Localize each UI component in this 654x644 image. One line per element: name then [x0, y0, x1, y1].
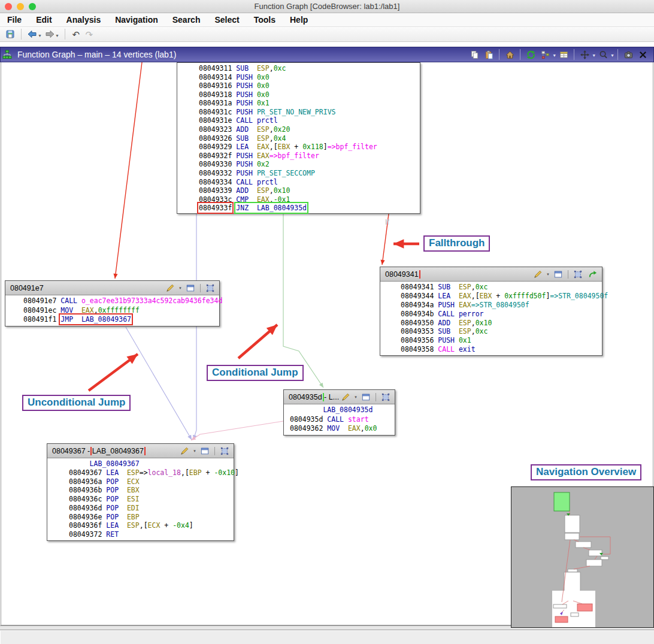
asm-line[interactable]: 0804931e CALL prctl — [199, 116, 420, 125]
asm-line[interactable]: 08049330 PUSH 0x2 — [199, 160, 420, 169]
asm-line[interactable]: 0804936e POP EBP — [69, 513, 234, 522]
asm-line[interactable]: 08049316 PUSH 0x0 — [199, 81, 420, 90]
asm-line[interactable]: 08049341 SUB ESP,0xc — [401, 283, 602, 292]
vertex-title-bar[interactable]: 08049367 - LAB_08049367▼ — [47, 444, 234, 458]
menu-analysis[interactable]: Analysis — [66, 15, 101, 25]
menu-tools[interactable]: Tools — [254, 15, 275, 25]
window-icon[interactable] — [198, 445, 211, 457]
asm-line[interactable]: 08049311 SUB ESP,0xc — [199, 64, 420, 73]
close-icon[interactable] — [636, 49, 649, 61]
asm-line[interactable]: 08049358 CALL exit — [401, 345, 602, 354]
menu-edit[interactable]: Edit — [36, 15, 52, 25]
asm-line[interactable]: 08049332 PUSH PR_SET_SECCOMP — [199, 169, 420, 178]
vertex-title-bar[interactable]: 080491e7▼ — [5, 281, 219, 295]
dropdown-caret-icon[interactable]: ▼ — [55, 34, 59, 38]
nodes-icon[interactable] — [538, 49, 552, 61]
menu-search[interactable]: Search — [172, 15, 201, 25]
graph-vertex-08049367[interactable]: 08049367 - LAB_08049367▼ LAB_08049367080… — [47, 443, 234, 541]
dropdown-caret-icon[interactable]: ▼ — [592, 53, 596, 58]
dropdown-caret-icon[interactable]: ▼ — [178, 286, 182, 290]
toolbar-separator — [65, 29, 65, 40]
asm-line[interactable]: 0804935d CALL start — [290, 415, 395, 425]
menu-select[interactable]: Select — [214, 15, 239, 25]
home-icon[interactable] — [503, 49, 516, 61]
asm-line[interactable]: 08049326 SUB ESP,0x4 — [199, 134, 420, 143]
asm-line[interactable]: LAB_08049367 — [69, 459, 234, 468]
selection-icon[interactable] — [379, 391, 392, 403]
zoom-icon[interactable] — [597, 49, 610, 61]
asm-line[interactable]: 0804936c POP ESI — [69, 495, 234, 504]
asm-line[interactable]: 0804931a PUSH 0x1 — [199, 99, 420, 108]
asm-line[interactable]: 0804932f PUSH EAX=>bpf_filter — [199, 152, 420, 161]
copy-icon[interactable] — [468, 49, 481, 61]
selection-icon[interactable] — [571, 268, 585, 280]
asm-line[interactable]: 08049344 LEA EAX,[EBX + 0xffffd50f]=>STR… — [401, 292, 602, 301]
asm-line[interactable]: 08049356 PUSH 0x1 — [401, 336, 602, 345]
asm-line[interactable]: 080491e7 CALL o_eac7ee31b97333a4c592cab9… — [23, 297, 219, 306]
asm-line[interactable]: 08049367 LEA ESP=>local_18,[EBP + -0x10] — [69, 468, 234, 477]
graph-vertex-080491e7[interactable]: 080491e7▼080491e7 CALL o_eac7ee31b97333a… — [5, 280, 220, 326]
edit-icon[interactable] — [339, 391, 352, 403]
window-icon[interactable] — [552, 268, 565, 280]
dropdown-caret-icon[interactable]: ▼ — [610, 53, 614, 58]
asm-line[interactable]: 08049329 LEA EAX,[EBX + 0x118]=>bpf_filt… — [199, 143, 420, 152]
dropdown-caret-icon[interactable]: ▼ — [38, 34, 42, 38]
edit-icon[interactable] — [164, 282, 177, 294]
asm-line[interactable]: 0804936d POP EDI — [69, 504, 234, 513]
asm-line[interactable]: 0804936f LEA ESP,[ECX + -0x4] — [69, 521, 234, 530]
asm-line[interactable]: 08049314 PUSH 0x0 — [199, 73, 420, 82]
function-graph-panel-header[interactable]: Function Graph – main – 14 vertices (lab… — [0, 47, 654, 62]
asm-line[interactable]: LAB_0804935d — [290, 406, 395, 415]
asm-line[interactable]: 0804936b POP EBX — [69, 486, 234, 495]
dropdown-caret-icon[interactable]: ▼ — [354, 395, 358, 399]
camera-icon[interactable] — [622, 49, 635, 61]
vertex-title-bar[interactable]: 0804935d - L...▼ — [284, 390, 395, 404]
graph-vertex-0804935d[interactable]: 0804935d - L...▼ LAB_0804935d0804935d CA… — [283, 389, 395, 436]
asm-line[interactable]: 0804934b CALL perror — [401, 310, 602, 319]
graph-vertex-08049341[interactable]: 08049341▼08049341 SUB ESP,0xc08049344 LE… — [380, 267, 602, 356]
asm-line[interactable]: 08049353 SUB ESP,0xc — [401, 327, 602, 336]
jump-icon[interactable] — [586, 268, 600, 280]
table-icon[interactable] — [557, 49, 570, 61]
asm-line[interactable]: 0804936a POP ECX — [69, 477, 234, 486]
menu-navigation[interactable]: Navigation — [115, 15, 158, 25]
redo-icon[interactable]: ↷ — [83, 28, 96, 40]
asm-line[interactable]: 080491f1 JMP LAB_08049367 — [23, 315, 219, 325]
menu-help[interactable]: Help — [290, 15, 308, 25]
selection-icon[interactable] — [204, 282, 217, 294]
dropdown-caret-icon[interactable]: ▼ — [552, 53, 556, 58]
paste-icon[interactable] — [482, 49, 495, 61]
undo-icon[interactable]: ↶ — [69, 28, 83, 40]
asm-line[interactable]: 08049362 MOV EAX,0x0 — [290, 424, 395, 434]
forward-icon[interactable] — [43, 28, 56, 40]
asm-line[interactable]: 0804934a PUSH EAX=>STR_0804950f — [401, 301, 602, 310]
asm-line[interactable]: 08049372 RET — [69, 530, 234, 539]
window-icon[interactable] — [184, 282, 197, 294]
menu-file[interactable]: File — [7, 15, 22, 25]
save-icon[interactable] — [4, 28, 17, 40]
asm-line[interactable]: 08049339 ADD ESP,0x10 — [199, 186, 420, 195]
navigation-overview-minimap[interactable] — [511, 486, 654, 628]
vertex-title-bar[interactable]: 08049341▼ — [380, 267, 602, 282]
edit-icon[interactable] — [178, 445, 191, 457]
panel-title: Function Graph – main – 14 vertices (lab… — [17, 50, 176, 59]
asm-line[interactable]: 0804933f JNZ LAB_0804935d — [199, 204, 420, 213]
graph-vertex-08049311-entry[interactable]: 08049311 SUB ESP,0xc08049314 PUSH 0x0080… — [177, 62, 420, 214]
asm-line[interactable]: 08049334 CALL prctl — [199, 178, 420, 187]
dropdown-caret-icon[interactable]: ▼ — [193, 449, 196, 453]
annotation-unconditional-jump: Unconditional Jump — [22, 395, 131, 411]
back-icon[interactable] — [26, 28, 39, 40]
selection-icon[interactable] — [218, 445, 231, 457]
refresh-icon[interactable] — [524, 49, 537, 61]
asm-line[interactable]: 0804931c PUSH PR_SET_NO_NEW_PRIVS — [199, 108, 420, 117]
asm-line[interactable]: 08049350 ADD ESP,0x10 — [401, 319, 602, 328]
asm-line[interactable]: 08049323 ADD ESP,0x20 — [199, 125, 420, 134]
asm-line[interactable]: 08049318 PUSH 0x0 — [199, 90, 420, 99]
dropdown-caret-icon[interactable]: ▼ — [546, 273, 550, 276]
edit-icon[interactable] — [531, 268, 544, 280]
window-icon[interactable] — [359, 391, 373, 403]
asm-line[interactable]: 080491ec MOV EAX,0xffffffff — [23, 306, 219, 316]
annotation-conditional-jump: Conditional Jump — [207, 365, 304, 381]
asm-line[interactable]: 0804933c CMP EAX,-0x1 — [199, 195, 420, 204]
move-icon[interactable] — [578, 49, 591, 61]
